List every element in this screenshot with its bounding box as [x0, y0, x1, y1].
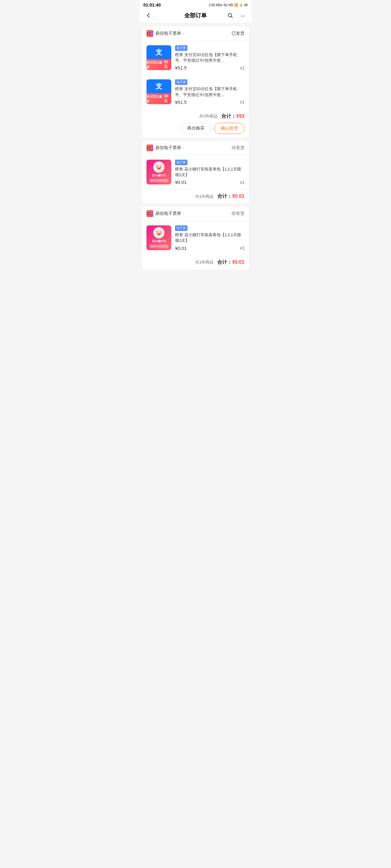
tag-electronic-4: 电子券 — [175, 225, 188, 231]
order-actions-1: 再次购买 确认收货 — [146, 123, 245, 134]
order-summary-3: 共1件商品 合计：¥0.01 — [146, 259, 245, 266]
shop-info-3[interactable]: 鼎信电子票券 › — [146, 210, 184, 217]
more-button[interactable]: ··· — [239, 12, 246, 19]
order-item-3[interactable]: 🐷 花小猪打车 最高100元券包 电子券 橙券 花小猪打车惊喜券包【1人1天限领… — [142, 155, 249, 189]
order-total-2: 合计：¥0.01 — [217, 193, 245, 199]
order-header-1: 鼎信电子票券 › 已发货 — [142, 26, 249, 41]
signal-icon: 📶 — [234, 3, 238, 7]
item-price-2: ¥51.5 — [175, 99, 187, 105]
nav-title: 全部订单 — [184, 12, 207, 19]
order-item-2[interactable]: 支 支付宝立减金50元 电子券 橙券 支付宝50元红包【限下单手机号、平安借记卡… — [142, 75, 249, 109]
shop-name-2: 鼎信电子票券 — [155, 145, 181, 151]
svg-rect-1 — [150, 32, 153, 35]
item-tags-title-2: 电子券 橙券 支付宝50元红包【限下单手机号、平安借记卡/信用卡使… — [175, 80, 245, 97]
order-summary-2: 共1件商品 合计：¥0.01 — [146, 193, 245, 199]
tag-electronic-1: 电子券 — [175, 45, 188, 51]
status-time: 01:01:40 — [143, 2, 161, 7]
item-title-3: 橙券 花小猪打车惊喜券包【1人1天限领1次】 — [175, 166, 245, 178]
scroll-area — [140, 273, 251, 279]
item-tags-title-1: 电子券 橙券 支付宝50元红包【限下单手机号、平安借记卡/信用卡使… — [175, 45, 245, 63]
item-image-3: 🐷 花小猪打车 最高100元券包 — [146, 160, 171, 184]
order-footer-2: 共1件商品 合计：¥0.01 — [142, 189, 249, 204]
shop-info-1[interactable]: 鼎信电子票券 › — [146, 30, 184, 37]
item-price-row-2: ¥51.5 x1 — [175, 99, 245, 105]
item-quantity-3: x1 — [240, 180, 245, 185]
hxz-label-3: 最高100元券包 — [149, 179, 168, 183]
item-tags-title-3: 电子券 橙券 花小猪打车惊喜券包【1人1天限领1次】 — [175, 160, 245, 178]
back-button[interactable] — [145, 12, 152, 19]
nav-left — [145, 12, 152, 19]
item-info-2: 电子券 橙券 支付宝50元红包【限下单手机号、平安借记卡/信用卡使… ¥51.5… — [175, 80, 245, 104]
nav-right: ··· — [226, 12, 246, 19]
item-image-1: 支 支付宝立减金50元 — [146, 45, 171, 70]
network-speed: 2.00 KB/s — [209, 3, 222, 7]
order-header-3: 鼎信电子票券 › 待发货 — [142, 207, 249, 221]
order-card-1: 鼎信电子票券 › 已发货 支 支付宝立减金50元 电子券 橙券 支付宝50元红包… — [142, 26, 249, 137]
item-title-4: 橙券 花小猪打车惊喜券包【1人1天限领1次】 — [175, 232, 245, 243]
nav-bar: 全部订单 ··· — [140, 9, 251, 23]
shop-icon-2 — [146, 145, 153, 151]
confirm-button-1[interactable]: 确认收货 — [214, 123, 245, 134]
repurchase-button-1[interactable]: 再次购买 — [180, 123, 211, 134]
item-count-3: 共1件商品 — [195, 259, 214, 265]
item-price-3: ¥0.01 — [175, 180, 187, 185]
order-total-1: 合计：¥93 — [221, 113, 245, 120]
item-price-row-3: ¥0.01 x1 — [175, 180, 245, 185]
order-total-3: 合计：¥0.01 — [217, 259, 245, 266]
item-price-4: ¥0.01 — [175, 246, 187, 251]
order-footer-3: 共1件商品 合计：¥0.01 — [142, 255, 249, 269]
shop-arrow-3: › — [183, 211, 184, 216]
hxz-label-4: 最高100元券包 — [149, 244, 168, 248]
item-image-2: 支 支付宝立减金50元 — [146, 80, 171, 104]
hxz-logo-4: 花小猪打车 — [152, 239, 166, 243]
item-price-row-4: ¥0.01 x1 — [175, 246, 245, 251]
shop-arrow-1: › — [183, 31, 184, 36]
network-type: 5G HD — [223, 3, 233, 7]
status-right-icons: 2.00 KB/s 5G HD 📶 🔋 68 — [209, 3, 248, 7]
order-status-3: 待发货 — [231, 211, 245, 216]
item-price-row-1: ¥51.5 x1 — [175, 65, 245, 70]
status-bar: 01:01:40 2.00 KB/s 5G HD 📶 🔋 68 — [140, 0, 251, 9]
item-price-1: ¥51.5 — [175, 65, 187, 70]
order-card-3: 鼎信电子票券 › 待发货 🐷 花小猪打车 最高100元券包 电子券 橙券 花小猪… — [142, 207, 249, 269]
item-info-1: 电子券 橙券 支付宝50元红包【限下单手机号、平安借记卡/信用卡使… ¥51.5… — [175, 45, 245, 70]
battery-icon: 🔋 — [239, 3, 243, 7]
order-summary-1: 共2件商品 合计：¥93 — [146, 113, 245, 120]
order-footer-1: 共2件商品 合计：¥93 再次购买 确认收货 — [142, 110, 249, 137]
shop-name-1: 鼎信电子票券 — [155, 31, 181, 36]
tag-electronic-2: 电子券 — [175, 80, 188, 85]
item-info-3: 电子券 橙券 花小猪打车惊喜券包【1人1天限领1次】 ¥0.01 x1 — [175, 160, 245, 185]
item-quantity-2: x1 — [240, 99, 245, 104]
order-status-1: 已发货 — [231, 31, 245, 36]
order-header-2: 鼎信电子票券 › 待发货 — [142, 141, 249, 155]
shop-arrow-2: › — [183, 146, 184, 150]
item-image-4: 🐷 花小猪打车 最高100元券包 — [146, 225, 171, 250]
shop-info-2[interactable]: 鼎信电子票券 › — [146, 145, 184, 151]
item-quantity-1: x1 — [240, 65, 245, 70]
item-info-4: 电子券 橙券 花小猪打车惊喜券包【1人1天限领1次】 ¥0.01 x1 — [175, 225, 245, 250]
item-title-1: 橙券 支付宝50元红包【限下单手机号、平安借记卡/信用卡使… — [175, 52, 245, 63]
search-button[interactable] — [226, 12, 234, 19]
order-status-2: 待发货 — [231, 145, 245, 151]
shop-name-3: 鼎信电子票券 — [155, 211, 181, 216]
order-item-4[interactable]: 🐷 花小猪打车 最高100元券包 电子券 橙券 花小猪打车惊喜券包【1人1天限领… — [142, 221, 249, 255]
order-card-2: 鼎信电子票券 › 待发货 🐷 花小猪打车 最高100元券包 电子券 橙券 花小猪… — [142, 141, 249, 204]
item-title-2: 橙券 支付宝50元红包【限下单手机号、平安借记卡/信用卡使… — [175, 86, 245, 97]
hxz-logo-3: 花小猪打车 — [152, 174, 166, 178]
item-quantity-4: x1 — [240, 246, 245, 250]
svg-point-0 — [228, 13, 232, 17]
item-count-1: 共2件商品 — [199, 114, 218, 119]
shop-icon-3 — [146, 210, 153, 217]
shop-icon-1 — [146, 30, 153, 37]
tag-electronic-3: 电子券 — [175, 160, 188, 165]
svg-rect-2 — [150, 146, 153, 149]
order-item-1[interactable]: 支 支付宝立减金50元 电子券 橙券 支付宝50元红包【限下单手机号、平安借记卡… — [142, 41, 249, 75]
item-tags-title-4: 电子券 橙券 花小猪打车惊喜券包【1人1天限领1次】 — [175, 225, 245, 243]
item-count-2: 共1件商品 — [195, 194, 214, 199]
battery-level: 68 — [244, 3, 248, 7]
svg-rect-3 — [150, 212, 153, 215]
